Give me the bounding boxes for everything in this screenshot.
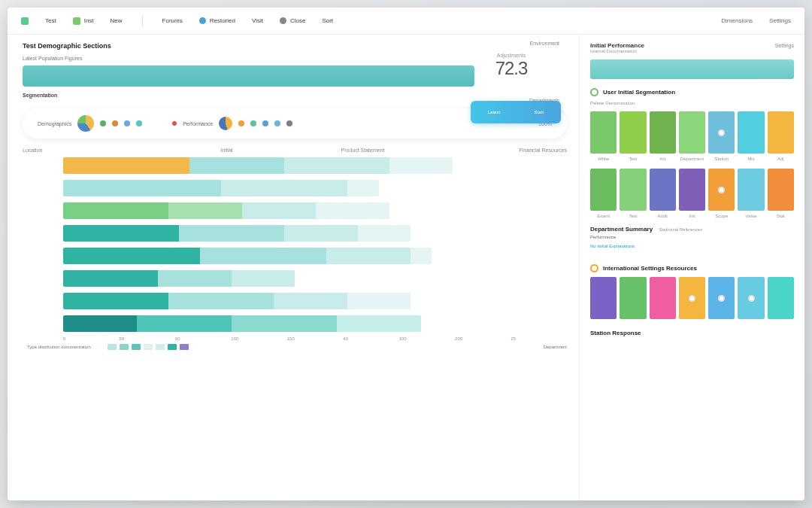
menu-close[interactable]: Close [280,17,305,24]
hbar-row [23,157,567,174]
side-panel: Initial Performance Settings Internal Do… [579,35,804,500]
table-row[interactable]: No Initial Explanations [590,242,794,251]
x-axis: 050601001504010020025 [23,336,567,341]
palette-cell[interactable] [768,169,794,211]
palette-cell[interactable] [768,277,794,319]
hbar-row [23,270,567,287]
palette-cell[interactable] [620,169,646,211]
legend-dot[interactable] [262,120,268,126]
palette-row [590,111,794,154]
palette-cell[interactable] [708,277,735,319]
palette-cell[interactable] [650,111,676,154]
palette-cell[interactable] [679,169,705,211]
side-subtitle: Internal Documentation [590,49,794,53]
palette-cell[interactable] [738,111,764,154]
legend-swatch[interactable] [144,344,153,350]
menu-test[interactable]: Test [45,17,56,24]
page-title: Test Demographic Sections [23,42,567,50]
hbar-row [23,248,567,264]
main-panel: Test Demographic Sections Latest Populat… [8,35,579,500]
palette-cell[interactable] [590,169,617,211]
palette-cell[interactable] [620,111,646,154]
side-title: Initial Performance [590,42,644,49]
legend-swatch[interactable] [180,344,189,350]
palette-labels: ExtentTestAdditInitScopeValueStat [590,214,794,218]
kpi-value: 72.3 [474,58,549,79]
legend-b-label: Performance [183,121,213,126]
palette-cell[interactable] [590,277,617,319]
palette-cell[interactable] [679,277,705,319]
legend-swatch[interactable] [108,344,117,350]
kpi-label: Adjustments [474,53,549,58]
menu-new[interactable]: New [111,17,123,24]
legend-swatch[interactable] [132,344,141,350]
side-sec2-title: International Settings Resources [603,265,697,272]
legend-swatch[interactable] [120,344,129,350]
bottom-legend-caption: Type distribution documentation [27,345,91,349]
env-label: Environment [530,41,559,46]
palette-cell[interactable] [650,277,676,319]
palette-cell[interactable] [738,277,764,319]
chart-col-headers: Location Initial Product Statement Finan… [23,144,567,157]
palette-cell[interactable] [679,111,705,154]
legend-dot[interactable] [286,120,292,126]
pie-icon [219,117,232,130]
status-dot-icon [172,121,177,126]
hbar-row [23,225,567,242]
kpi-card: Adjustments 72.3 [474,53,549,79]
legend-dot[interactable] [112,120,118,126]
menu-sort[interactable]: Sort [322,17,333,24]
palette-cell[interactable] [708,111,735,154]
toolbar-dimensions[interactable]: Dimensions [721,17,753,24]
palette-cell[interactable] [620,277,646,319]
menu-visit[interactable]: Visit [252,17,263,24]
palette-cell[interactable] [738,169,764,211]
bottom-legend-right: Department [544,345,567,349]
menu-restoried[interactable]: Restoried [199,17,235,24]
ring-icon [590,264,598,272]
progress-chip[interactable]: Latest Start [471,101,561,123]
legend-dot[interactable] [250,120,256,126]
legend-swatch[interactable] [156,344,165,350]
bottom-legend: Type distribution documentation Departme… [23,344,567,350]
ring-icon [590,88,598,96]
palette-cell[interactable] [650,169,676,211]
legend-swatch[interactable] [168,344,177,350]
pie-icon [77,115,94,132]
header-bar [23,65,474,87]
hbar-row [23,293,567,309]
palette-row [590,277,794,319]
legend-dot[interactable] [100,120,106,126]
legend-a-label: Demographics [38,121,71,126]
legend-dot[interactable] [136,120,142,126]
legend-dot[interactable] [124,120,130,126]
divider [142,16,143,26]
palette-row [590,169,794,211]
legend-dot[interactable] [274,120,280,126]
table-header: Department Summary Statistical Reference… [590,226,794,233]
palette-labels: WhiteTestInitDepartmentStationMixAdj [590,157,794,161]
section-label: Segmentation [23,93,567,98]
hbar-row [23,202,567,219]
side-table: Performance No Initial Explanations [590,233,794,251]
top-toolbar: Test Inst New Forums Restoried Visit Clo… [8,8,804,35]
table-row: Performance [590,233,794,242]
side-action[interactable]: Settings [775,43,794,48]
menu-forums[interactable]: Forums [162,17,183,24]
toolbar-settings[interactable]: Settings [769,17,791,24]
logo-chip[interactable] [21,17,29,25]
hbar-row [23,180,567,196]
side-sec1-sub: Palette Demonstration [590,101,794,105]
menu-inst[interactable]: Inst [73,17,94,25]
palette-cell[interactable] [708,169,735,211]
legend-dot[interactable] [238,120,244,126]
side-sec1-title: User Initial Segmentation [603,89,675,96]
side-header-bar [590,59,794,79]
palette-cell[interactable] [768,111,794,154]
side-footer: Station Response [590,330,794,336]
hbar-row [23,315,567,332]
palette-cell[interactable] [590,111,617,154]
hbar-chart [23,157,567,332]
